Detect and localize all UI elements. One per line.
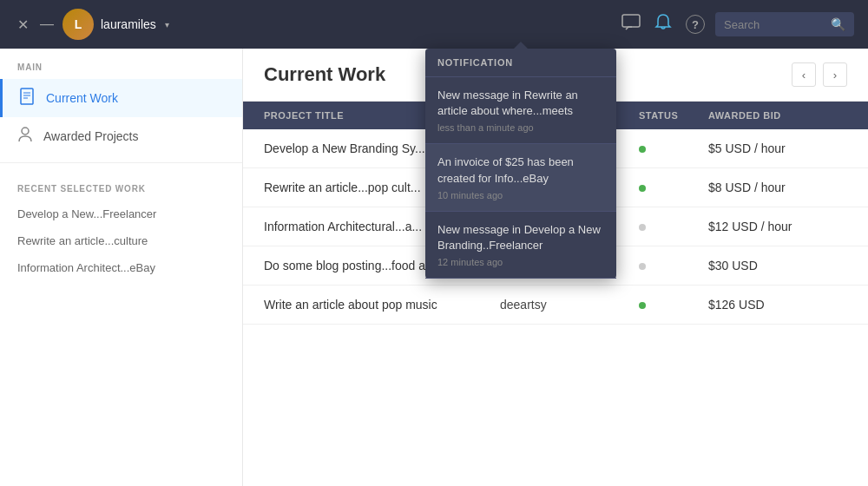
status-dot [639, 185, 646, 192]
recent-item-2[interactable]: Information Architect...eBay [0, 254, 242, 281]
svg-rect-0 [622, 15, 640, 27]
cell-status [639, 298, 708, 312]
cell-status [639, 220, 708, 233]
search-icon: 🔍 [831, 17, 845, 31]
topnav: ✕ — L lauramiles ▾ ? 🔍 [0, 0, 868, 49]
sidebar-item-label: Awarded Projects [43, 129, 138, 143]
document-icon [20, 88, 36, 108]
notification-item-1[interactable]: An invoice of $25 has been created for I… [425, 144, 616, 211]
cell-status [639, 259, 708, 273]
notif-text: New message in Develop a New Branding..F… [437, 222, 604, 253]
cell-awarded-bid: $12 USD / hour [708, 220, 847, 233]
sidebar-item-label: Current Work [46, 91, 118, 105]
status-dot [639, 224, 646, 231]
username-label[interactable]: lauramiles [101, 17, 156, 31]
notif-text: New message in Rewrite an article about … [437, 88, 604, 119]
next-button[interactable]: › [823, 62, 847, 87]
status-dot [639, 263, 646, 270]
search-input[interactable] [724, 18, 825, 31]
col-status: STATUS [639, 110, 708, 121]
sidebar: MAIN Current Work Awarded Projects RECEN… [0, 49, 243, 486]
avatar[interactable]: L [62, 9, 94, 40]
sidebar-item-awarded-projects[interactable]: Awarded Projects [0, 117, 242, 155]
table-row[interactable]: Write an article about pop music deearts… [243, 286, 868, 325]
sidebar-main-label: MAIN [0, 49, 242, 79]
notification-item-0[interactable]: New message in Rewrite an article about … [425, 77, 616, 144]
cell-awarded-bid: $30 USD [708, 259, 847, 273]
notif-time: 10 minutes ago [437, 190, 604, 200]
chevron-down-icon: ▾ [165, 20, 169, 30]
sidebar-item-current-work[interactable]: Current Work [0, 79, 242, 117]
cell-awarded-bid: $126 USD [708, 298, 847, 312]
cell-awarded-bid: $8 USD / hour [708, 181, 847, 194]
cell-status [639, 181, 708, 194]
page-title: Current Work [264, 63, 385, 86]
notif-time: less than a minute ago [437, 122, 604, 133]
topnav-icons: ? [621, 13, 705, 36]
cell-employer: deeartsy [500, 298, 639, 312]
recent-item-0[interactable]: Develop a New...Freelancer [0, 200, 242, 227]
notification-header: NOTIFICATION [425, 49, 616, 77]
cell-status [639, 141, 708, 155]
minimize-button[interactable]: — [38, 16, 56, 33]
status-dot [639, 146, 646, 153]
cell-awarded-bid: $5 USD / hour [708, 141, 847, 155]
recent-item-1[interactable]: Rewrite an article...culture [0, 227, 242, 254]
col-awarded-bid: AWARDED BID [708, 110, 847, 121]
svg-point-2 [22, 128, 29, 135]
header-nav: ‹ › [792, 62, 847, 87]
notif-time: 12 minutes ago [437, 257, 604, 267]
chat-icon[interactable] [621, 14, 641, 36]
notif-text: An invoice of $25 has been created for I… [437, 154, 604, 186]
svg-rect-1 [21, 89, 33, 104]
sidebar-recent-label: RECENT SELECTED WORK [0, 170, 242, 200]
cell-project-title: Write an article about pop music [264, 298, 500, 312]
sidebar-divider [0, 162, 242, 163]
close-button[interactable]: ✕ [14, 16, 31, 33]
help-icon[interactable]: ? [686, 15, 705, 34]
user-icon [17, 126, 33, 147]
search-box[interactable]: 🔍 [715, 12, 854, 36]
prev-button[interactable]: ‹ [792, 62, 816, 87]
notification-item-2[interactable]: New message in Develop a New Branding..F… [425, 212, 616, 279]
notification-items: New message in Rewrite an article about … [425, 77, 616, 279]
status-dot [639, 302, 646, 309]
notification-dropdown: NOTIFICATION New message in Rewrite an a… [425, 49, 616, 279]
notification-bell-icon[interactable] [654, 13, 672, 36]
topnav-left: ✕ — L lauramiles ▾ [14, 9, 169, 40]
